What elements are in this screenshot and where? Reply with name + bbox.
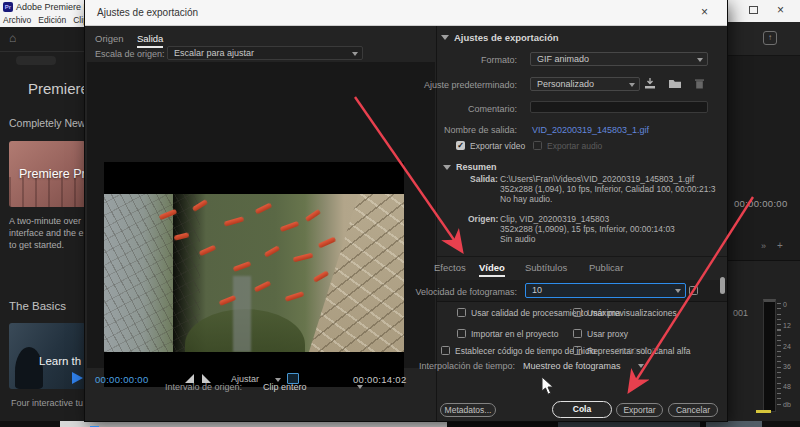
back-pill[interactable]	[16, 56, 56, 65]
home-screen-panel: ⌂ Premiere Pr Completely New Premiere Pr…	[0, 27, 85, 421]
summary-header: Resumen	[456, 162, 497, 172]
chevron-down-icon	[638, 364, 644, 368]
premiere-logo-icon: Pr	[3, 2, 13, 12]
export-audio-label: Exportar audio	[547, 141, 602, 151]
dialog-close-icon[interactable]: ×	[701, 5, 708, 19]
save-preset-icon[interactable]	[643, 77, 657, 90]
alpha-only-checkbox[interactable]	[573, 346, 582, 355]
timecode-duration: 00:00:14:02	[353, 374, 407, 385]
collapse-caret-icon[interactable]	[441, 35, 449, 40]
export-video-checkbox[interactable]: ✓	[456, 141, 465, 150]
summary-caret-icon[interactable]	[443, 165, 451, 170]
frame-rate-value: 10	[532, 285, 542, 295]
close-window-icon[interactable]: ×	[777, 3, 784, 17]
summary-origen-label: Origen:	[468, 214, 498, 224]
card-basics-overlay-text: Learn th	[39, 355, 81, 367]
monitor-toolbar: ↑	[727, 22, 800, 56]
use-previews-checkbox[interactable]	[573, 308, 582, 317]
bottom-strip-mid	[558, 421, 700, 427]
export-video-label: Exportar vídeo	[470, 141, 525, 151]
tab-publicar[interactable]: Publicar	[589, 262, 623, 273]
bottom-strip-light	[60, 421, 447, 427]
output-name-link[interactable]: VID_20200319_145803_1.gif	[532, 125, 649, 135]
section-completely-new: Completely New	[9, 117, 85, 129]
export-audio-checkbox[interactable]	[533, 141, 542, 150]
import-project-checkbox[interactable]	[457, 329, 466, 338]
fast-forward-icon[interactable]: »	[761, 241, 766, 251]
range-label: Intervalo de origen:	[165, 382, 242, 392]
settings-header: Ajustes de exportación	[454, 32, 559, 43]
tab-efectos[interactable]: Efectos	[434, 262, 466, 273]
chevron-down-icon	[629, 83, 635, 87]
meter-label-0: 0	[783, 301, 787, 308]
frame-rate-label: Velocidad de fotogramas:	[367, 287, 517, 297]
home-blurb: A two-minute over interface and the e to…	[9, 215, 84, 251]
tab-salida[interactable]: Salida	[137, 33, 163, 48]
origen-line-2: 352x288 (1,0909), 15 fps, Inferior, 00:0…	[500, 224, 675, 234]
summary-origen-lines: Clip, VID_20200319_145803 352x288 (1,090…	[500, 214, 675, 244]
home-icon[interactable]: ⌂	[9, 31, 16, 45]
preset-label: Ajuste predeterminado:	[367, 80, 517, 90]
app-titlebar-left: Pr Adobe Premiere Pro Archivo Edición Cl…	[0, 0, 88, 27]
meter-label-48: 48	[783, 383, 791, 390]
meter-label-db: db	[783, 401, 791, 408]
menu-edicion[interactable]: Edición	[38, 15, 66, 25]
chevron-down-icon	[675, 289, 681, 293]
menu-archivo[interactable]: Archivo	[3, 15, 31, 25]
plus-icon[interactable]: +	[777, 240, 783, 251]
blurred-pole	[233, 276, 251, 352]
import-preset-folder-icon[interactable]	[668, 77, 682, 90]
video-preview	[104, 194, 404, 352]
share-export-icon[interactable]: ↑	[763, 31, 777, 45]
start-timecode-checkbox[interactable]	[441, 346, 450, 355]
preset-dropdown[interactable]: Personalizado	[530, 77, 640, 91]
tree-branches	[104, 194, 200, 352]
tab-origen[interactable]: Origen	[95, 33, 124, 44]
frame-rate-dropdown[interactable]: 10	[525, 283, 686, 298]
cancel-button[interactable]: Cancelar	[668, 403, 718, 417]
summary-salida-lines: C:\Users\Fran\Videos\VID_20200319_145803…	[500, 174, 715, 204]
scale-value: Escalar para ajustar	[174, 48, 254, 58]
export-button[interactable]: Exportar	[616, 403, 663, 417]
timecode-in[interactable]: 00:00:00:00	[95, 374, 149, 385]
delete-preset-trash-icon[interactable]	[693, 77, 706, 90]
meter-label-24: 24	[783, 343, 791, 350]
tutorial-card-basics[interactable]: Learn th	[9, 323, 85, 389]
queue-button[interactable]: Cola	[552, 401, 612, 418]
tab-subtitulos[interactable]: Subtítulos	[525, 262, 567, 273]
comment-input[interactable]	[530, 101, 708, 113]
app-titlebar-right: ×	[727, 0, 800, 22]
render-quality-checkbox[interactable]	[457, 308, 466, 317]
origen-line-1: Clip, VID_20200319_145803	[500, 214, 675, 224]
use-proxy-checkbox[interactable]	[573, 329, 582, 338]
range-dropdown[interactable]: Clip entero	[263, 382, 307, 392]
metadata-button[interactable]: Metadatos...	[440, 403, 496, 417]
chevron-down-icon	[357, 385, 363, 389]
format-dropdown[interactable]: GIF animado	[530, 52, 708, 66]
card-posts-texture	[9, 177, 85, 207]
chevron-down-icon	[697, 58, 703, 62]
restore-window-icon[interactable]	[749, 6, 758, 14]
monitor-panel: ↑ 00:00:00:00 » + 001 0 12 24 36 48 db	[727, 22, 800, 421]
dialog-titlebar[interactable]: Ajustes de exportación ×	[85, 0, 727, 26]
silhouette	[15, 347, 43, 389]
scale-dropdown[interactable]: Escalar para ajustar	[167, 46, 363, 60]
interpolation-dropdown[interactable]: Muestreo de fotogramas	[523, 361, 621, 371]
tab-video[interactable]: Vídeo	[479, 262, 505, 277]
frame-rate-checkbox[interactable]	[689, 286, 698, 295]
interpolation-label: Interpolación de tiempo:	[365, 361, 515, 371]
preset-value: Personalizado	[537, 79, 594, 89]
section-the-basics: The Basics	[9, 300, 66, 312]
options-separator	[437, 301, 727, 302]
bottom-strip	[0, 421, 800, 427]
dialog-scrollbar-thumb[interactable]	[720, 277, 725, 294]
chevron-down-icon	[352, 52, 358, 56]
dialog-title: Ajustes de exportación	[97, 7, 198, 18]
use-proxy-label: Usar proxy	[587, 329, 628, 339]
salida-line-1: C:\Users\Fran\Videos\VID_20200319_145803…	[500, 174, 715, 184]
comment-label: Comentario:	[367, 104, 517, 114]
audio-meter-bars	[763, 299, 776, 412]
tutorial-card-new[interactable]: Premiere Pr	[9, 141, 85, 207]
meter-yellow-level	[756, 410, 771, 413]
range-value: Clip entero	[263, 382, 307, 392]
